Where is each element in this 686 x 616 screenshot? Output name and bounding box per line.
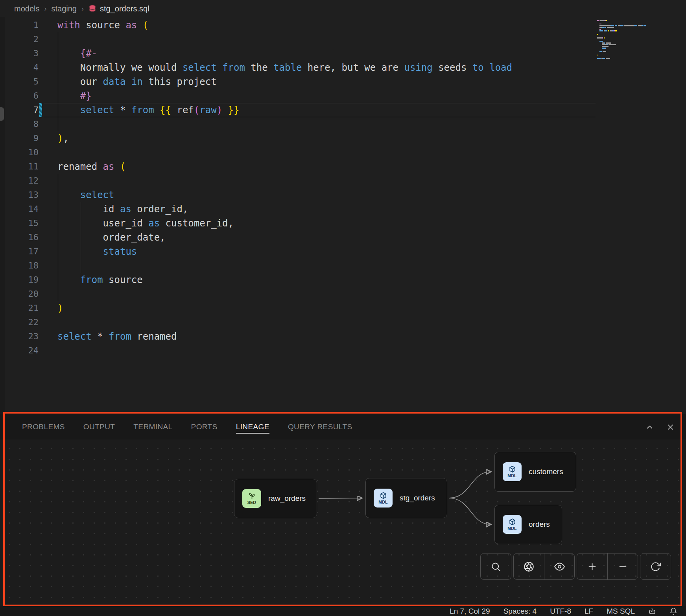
search-button[interactable] <box>481 553 511 579</box>
minimap[interactable] <box>597 20 676 61</box>
close-icon[interactable] <box>666 423 675 432</box>
code-line-text: select <box>39 188 114 202</box>
copilot-icon[interactable] <box>648 607 656 615</box>
status-indentation[interactable]: Spaces: 4 <box>503 607 537 616</box>
line-number[interactable]: 22 <box>0 315 39 329</box>
model-icon: MDL <box>503 515 522 534</box>
code-line[interactable]: 17 status <box>0 245 686 259</box>
line-number[interactable]: 10 <box>0 145 39 160</box>
lineage-canvas[interactable]: SEDraw_ordersMDLstg_ordersMDLcustomersMD… <box>0 439 686 606</box>
tab-query-results[interactable]: QUERY RESULTS <box>288 414 352 439</box>
code-line[interactable]: 9), <box>0 131 686 145</box>
line-number[interactable]: 20 <box>0 287 39 301</box>
line-number[interactable]: 2 <box>0 32 39 46</box>
tab-problems[interactable]: PROBLEMS <box>22 414 65 439</box>
breadcrumb-separator: › <box>81 5 84 13</box>
code-line[interactable]: 4 Normally we would select from the tabl… <box>0 61 686 75</box>
line-number[interactable]: 12 <box>0 174 39 188</box>
bell-icon[interactable] <box>669 607 677 615</box>
code-line[interactable]: 11renamed as ( <box>0 160 686 174</box>
code-line-text: order_date, <box>39 230 166 245</box>
code-line[interactable]: 22 <box>0 315 686 329</box>
code-line[interactable]: 14 id as order_id, <box>0 202 686 216</box>
line-number[interactable]: 5 <box>0 75 39 89</box>
zoom-in-button[interactable] <box>577 553 607 579</box>
status-language-mode[interactable]: MS SQL <box>607 607 635 616</box>
line-number[interactable]: 24 <box>0 344 39 358</box>
code-line-text: with source as ( <box>39 18 148 32</box>
code-line[interactable]: 8 <box>0 117 686 131</box>
eye-button[interactable] <box>544 553 574 579</box>
aperture-button[interactable] <box>514 553 544 579</box>
tab-ports[interactable]: PORTS <box>191 414 218 439</box>
code-line-text: status <box>39 245 137 259</box>
code-editor[interactable]: 1with source as (23 {#-4 Normally we wou… <box>0 17 686 414</box>
line-number[interactable]: 3 <box>0 46 39 61</box>
line-number[interactable]: 9 <box>0 131 39 145</box>
refresh-button[interactable] <box>640 553 671 579</box>
line-number[interactable]: 7 <box>0 103 39 117</box>
status-eol[interactable]: LF <box>585 607 593 616</box>
code-line-text <box>39 117 57 131</box>
aperture-icon <box>524 561 534 572</box>
code-line[interactable]: 24 <box>0 344 686 358</box>
line-number[interactable]: 16 <box>0 230 39 245</box>
code-line[interactable]: 20 <box>0 287 686 301</box>
code-line[interactable]: 16 order_date, <box>0 230 686 245</box>
code-line[interactable]: 19 from source <box>0 273 686 287</box>
seed-icon: SED <box>242 489 261 508</box>
code-line[interactable]: 5 our data in this project <box>0 75 686 89</box>
code-line[interactable]: 3 {#- <box>0 46 686 61</box>
code-line[interactable]: 6 #} <box>0 89 686 103</box>
line-number[interactable]: 19 <box>0 273 39 287</box>
tab-lineage[interactable]: LINEAGE <box>236 414 269 439</box>
status-encoding[interactable]: UTF-8 <box>550 607 571 616</box>
breadcrumb-item-models[interactable]: models <box>14 4 39 13</box>
tab-output[interactable]: OUTPUT <box>83 414 115 439</box>
breadcrumb-item-staging[interactable]: staging <box>51 4 77 13</box>
chevron-up-icon[interactable] <box>645 423 654 432</box>
line-number[interactable]: 11 <box>0 160 39 174</box>
line-number[interactable]: 15 <box>0 216 39 230</box>
code-line-text <box>39 174 57 188</box>
left-edge-handle[interactable] <box>0 107 4 121</box>
code-line-text <box>39 32 57 46</box>
code-line-text: id as order_id, <box>39 202 188 216</box>
line-number[interactable]: 21 <box>0 301 39 315</box>
code-line[interactable]: 23select * from renamed <box>0 329 686 344</box>
line-number[interactable]: 17 <box>0 245 39 259</box>
line-number[interactable]: 4 <box>0 61 39 75</box>
line-number[interactable]: 8 <box>0 117 39 131</box>
line-number[interactable]: 1 <box>0 18 39 32</box>
line-number[interactable]: 14 <box>0 202 39 216</box>
lineage-node-customers[interactable]: MDLcustomers <box>494 452 576 492</box>
code-line[interactable]: 12 <box>0 174 686 188</box>
line-number[interactable]: 13 <box>0 188 39 202</box>
lineage-node-raw_orders[interactable]: SEDraw_orders <box>234 479 317 518</box>
code-line[interactable]: 21) <box>0 301 686 315</box>
code-line[interactable]: 1with source as ( <box>0 18 686 32</box>
lineage-node-label: stg_orders <box>400 494 435 502</box>
code-line-text <box>39 259 57 273</box>
code-line[interactable]: 13 select <box>0 188 686 202</box>
panel-actions <box>645 423 675 432</box>
breadcrumb: models › staging › stg_orders.sql <box>0 0 686 17</box>
line-number[interactable]: 23 <box>0 329 39 344</box>
breadcrumb-item-file[interactable]: stg_orders.sql <box>89 4 149 13</box>
lineage-node-orders[interactable]: MDLorders <box>494 505 562 544</box>
code-line-text: #} <box>39 89 92 103</box>
lineage-node-stg_orders[interactable]: MDLstg_orders <box>365 478 447 518</box>
status-cursor-position[interactable]: Ln 7, Col 29 <box>450 607 490 616</box>
line-number[interactable]: 18 <box>0 259 39 273</box>
code-line[interactable]: 7 select * from {{ ref(raw) }} <box>0 103 686 117</box>
zoom-out-button[interactable] <box>607 553 638 579</box>
tab-terminal[interactable]: TERMINAL <box>133 414 172 439</box>
line-number[interactable]: 6 <box>0 89 39 103</box>
code-line[interactable]: 2 <box>0 32 686 46</box>
code-line[interactable]: 10 <box>0 145 686 160</box>
code-line-text: ), <box>39 131 69 145</box>
code-line[interactable]: 15 user_id as customer_id, <box>0 216 686 230</box>
code-line[interactable]: 18 <box>0 259 686 273</box>
lineage-toolbar <box>480 553 671 580</box>
code-line-text: ) <box>39 301 63 315</box>
